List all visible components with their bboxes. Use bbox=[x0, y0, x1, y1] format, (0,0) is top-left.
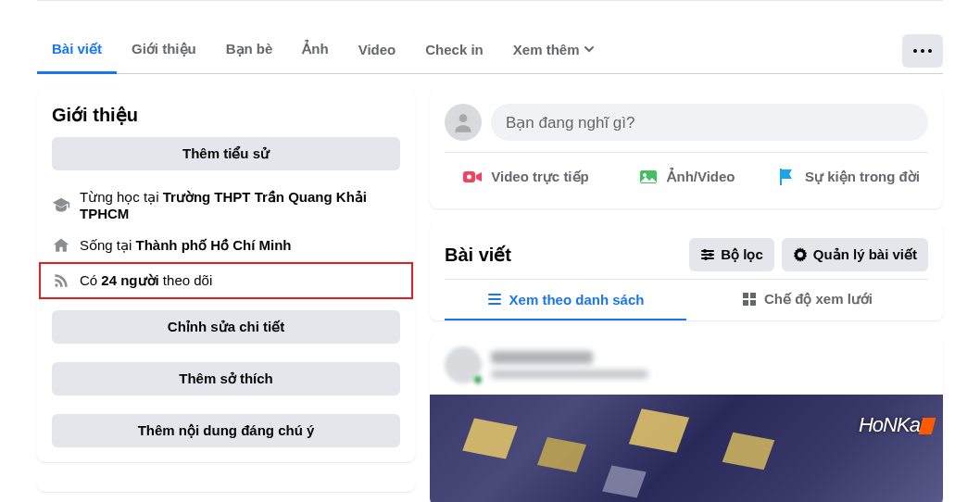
person-icon bbox=[451, 110, 475, 134]
graduation-icon bbox=[52, 196, 70, 215]
posts-controls-card: Bài viết Bộ lọc Quản lý bài viết Xem the… bbox=[430, 223, 943, 320]
add-bio-button[interactable]: Thêm tiểu sử bbox=[52, 137, 400, 170]
photo-video-button[interactable]: Ảnh/Video bbox=[606, 160, 767, 194]
post-image[interactable]: HoNKaI bbox=[430, 395, 943, 502]
education-row: Từng học tại Trường THPT Trần Quang Khải… bbox=[52, 182, 400, 229]
svg-point-4 bbox=[703, 249, 707, 253]
gear-icon bbox=[793, 247, 808, 262]
svg-point-5 bbox=[709, 253, 712, 257]
followers-row: Có 24 người theo dõi bbox=[52, 264, 400, 297]
location-text: Sống tại Thành phố Hồ Chí Minh bbox=[80, 237, 292, 254]
chevron-down-icon bbox=[584, 44, 595, 55]
tab-checkin[interactable]: Check in bbox=[410, 28, 498, 74]
svg-point-6 bbox=[704, 257, 708, 260]
tab-posts[interactable]: Bài viết bbox=[37, 28, 117, 74]
svg-point-3 bbox=[643, 173, 647, 177]
edit-details-button[interactable]: Chỉnh sửa chi tiết bbox=[52, 310, 400, 344]
video-camera-icon bbox=[461, 166, 484, 188]
intro-title: Giới thiệu bbox=[52, 104, 400, 126]
intro-card: Giới thiệu Thêm tiểu sử Từng học tại Trư… bbox=[37, 89, 415, 462]
life-event-button[interactable]: Sự kiện trong đời bbox=[767, 160, 928, 194]
filter-button[interactable]: Bộ lọc bbox=[689, 238, 774, 271]
post-timestamp-blurred bbox=[491, 370, 648, 379]
post-card: HoNKaI bbox=[430, 335, 943, 502]
education-text: Từng học tại Trường THPT Trần Quang Khải… bbox=[80, 189, 400, 221]
tab-friends[interactable]: Bạn bè bbox=[211, 28, 288, 74]
flag-icon bbox=[775, 166, 798, 188]
posts-title: Bài viết bbox=[445, 244, 682, 266]
list-view-tab[interactable]: Xem theo danh sách bbox=[445, 280, 686, 320]
svg-rect-10 bbox=[750, 300, 756, 306]
online-indicator bbox=[472, 374, 484, 385]
svg-rect-7 bbox=[743, 293, 748, 298]
manage-posts-button[interactable]: Quản lý bài viết bbox=[782, 238, 928, 271]
sliders-icon bbox=[700, 247, 715, 262]
tab-videos[interactable]: Video bbox=[344, 28, 411, 74]
composer-input[interactable]: Bạn đang nghĩ gì? bbox=[491, 104, 928, 141]
svg-point-1 bbox=[467, 175, 471, 180]
next-card-stub bbox=[37, 477, 415, 492]
home-icon bbox=[52, 236, 70, 255]
followers-text: Có 24 người theo dõi bbox=[80, 272, 212, 289]
grid-view-tab[interactable]: Chế độ xem lưới bbox=[686, 280, 928, 320]
tab-photos[interactable]: Ảnh bbox=[287, 28, 343, 74]
list-icon bbox=[487, 292, 502, 307]
overflow-menu-button[interactable] bbox=[902, 34, 943, 68]
tab-about[interactable]: Giới thiệu bbox=[117, 28, 211, 74]
svg-rect-9 bbox=[743, 300, 748, 306]
followers-highlight: Có 24 người theo dõi bbox=[39, 262, 413, 299]
live-video-button[interactable]: Video trực tiếp bbox=[445, 160, 606, 194]
add-featured-button[interactable]: Thêm nội dung đáng chú ý bbox=[52, 414, 400, 447]
post-author-avatar[interactable] bbox=[445, 346, 482, 383]
composer-avatar[interactable] bbox=[445, 104, 482, 141]
tab-more[interactable]: Xem thêm bbox=[498, 28, 609, 74]
add-hobbies-button[interactable]: Thêm sở thích bbox=[52, 362, 400, 395]
profile-tabs: Bài viết Giới thiệu Bạn bè Ảnh Video Che… bbox=[37, 28, 943, 74]
ellipsis-icon bbox=[913, 49, 932, 53]
post-author-name-blurred bbox=[491, 351, 593, 364]
rss-icon bbox=[52, 271, 70, 290]
photos-icon bbox=[637, 166, 660, 188]
svg-rect-8 bbox=[750, 293, 756, 298]
game-logo: HoNKaI bbox=[859, 413, 934, 437]
grid-icon bbox=[742, 292, 757, 307]
location-row: Sống tại Thành phố Hồ Chí Minh bbox=[52, 229, 400, 262]
composer-card: Bạn đang nghĩ gì? Video trực tiếp Ảnh/Vi… bbox=[430, 89, 943, 208]
